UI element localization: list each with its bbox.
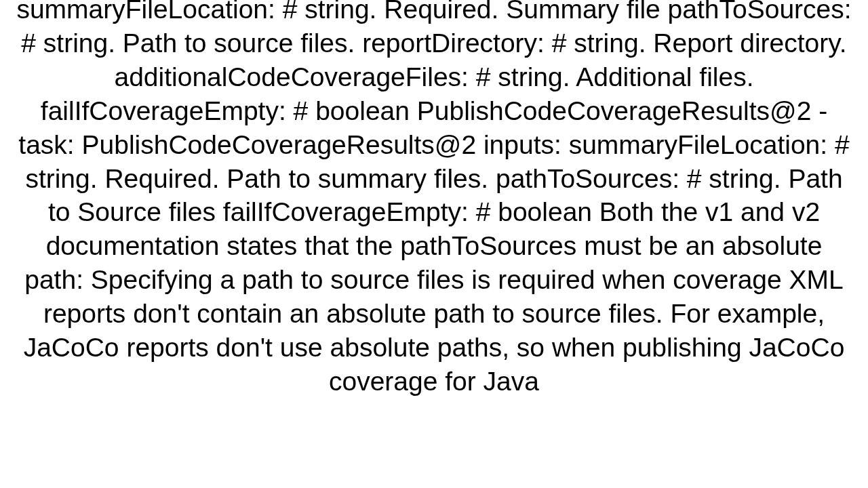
text-body: summaryFileLocation: # string. Required.… [14,0,854,399]
document-content: summaryFileLocation: # string. Required.… [0,0,868,488]
